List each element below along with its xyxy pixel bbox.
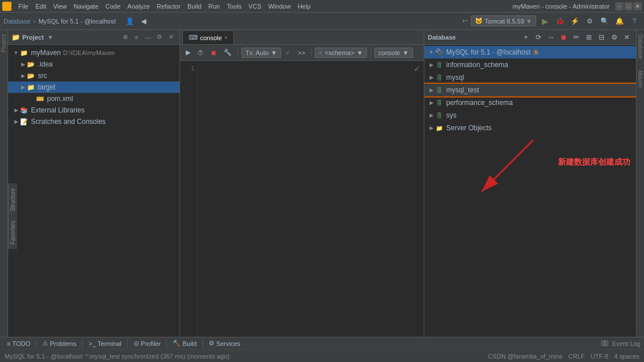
window-title: myMaven - console - Administrator	[513, 3, 610, 10]
editor-check-button[interactable]: ✓	[283, 48, 293, 57]
tab-close-button[interactable]: ×	[224, 34, 228, 41]
db-filter-button[interactable]: ⊟	[596, 32, 607, 43]
db-add-button[interactable]: +	[520, 32, 532, 43]
console-tab[interactable]: ⌨ console ×	[182, 30, 234, 44]
project-close-button[interactable]: ✕	[166, 32, 176, 42]
favorites-tab[interactable]: Favorites	[8, 216, 17, 249]
build-tab[interactable]: 🔨 Build	[169, 338, 200, 348]
menu-tools[interactable]: Tools	[223, 2, 245, 11]
project-collapse-button[interactable]: ≡	[131, 32, 142, 42]
db-schema-label-1: mysql	[446, 73, 464, 81]
menu-run[interactable]: Run	[205, 2, 223, 11]
mymaven-path: D:\IDEA\myMaven	[63, 49, 115, 56]
encoding-label[interactable]: UTF-8	[591, 353, 608, 360]
db-schema-performance[interactable]: ▶ 🗄 performance_schema	[424, 96, 636, 109]
problems-label: Problems	[50, 340, 76, 347]
window-controls: − □ ✕	[614, 2, 642, 10]
bottom-sep-4	[166, 340, 167, 348]
editor-history-button[interactable]: ⏱	[195, 48, 206, 57]
folder-icon-src: 📂	[26, 71, 36, 80]
right-strip: Database Maven	[636, 30, 644, 337]
tree-arrow-src: ▶	[19, 73, 26, 79]
project-settings-button[interactable]: ⚙	[154, 32, 165, 42]
db-settings-button[interactable]: ⚙	[608, 32, 620, 43]
menu-view[interactable]: View	[50, 2, 71, 11]
help-button[interactable]: ?	[628, 15, 641, 28]
menu-code[interactable]: Code	[102, 2, 124, 11]
menu-navigate[interactable]: Navigate	[70, 2, 102, 11]
db-schema-information[interactable]: ▶ 🗄 information_schema	[424, 59, 636, 71]
db-schema-mysql[interactable]: ▶ 🗄 mysql	[424, 71, 636, 84]
db-schema-icon-4: 🗄	[435, 111, 444, 120]
tree-item-target[interactable]: ▶ 📁 target	[8, 81, 179, 93]
event-log-label[interactable]: Event Log	[612, 340, 641, 347]
db-close-button[interactable]: ✕	[621, 32, 633, 43]
toolbar-settings-button[interactable]: 👤	[124, 15, 136, 28]
services-tab[interactable]: ⚙ Services	[205, 338, 244, 348]
main-layout: Project 📁 Project ▼ ⊕ ≡ — ⚙ ✕ ▼ 📁 myMave…	[0, 30, 644, 337]
db-schema-arrow-4: ▶	[428, 112, 435, 118]
db-stop-button[interactable]: ⏹	[558, 32, 569, 43]
crlf-label[interactable]: CRLF	[568, 353, 585, 360]
toolbar-btn-3[interactable]: ⚡	[568, 15, 581, 28]
indent-label[interactable]: 4 spaces	[614, 353, 639, 360]
search-everywhere-button[interactable]: 🔍	[598, 15, 611, 28]
db-schema-mysql-test[interactable]: ▶ 🗄 mysql_test	[424, 84, 636, 96]
todo-tab[interactable]: ≡ TODO	[3, 339, 34, 348]
menu-analyze[interactable]: Analyze	[124, 2, 153, 11]
editor-more-button[interactable]: >>	[295, 48, 307, 57]
code-editor[interactable]	[197, 61, 424, 337]
notifications-button[interactable]: 🔔	[613, 15, 626, 28]
db-edit-button[interactable]: ✏	[571, 32, 582, 43]
db-connection-item[interactable]: ▼ 🔌 MySQL for 5.1 - @localhost 5	[424, 46, 636, 59]
schema-dropdown[interactable]: < <schema> ▼	[315, 48, 367, 58]
tomcat-dropdown[interactable]: 🐱 Tomcat 8.5.59 ▼	[471, 15, 536, 26]
problems-tab[interactable]: ⚠ Problems	[39, 338, 80, 348]
project-panel: 📁 Project ▼ ⊕ ≡ — ⚙ ✕ ▼ 📁 myMaven D:\IDE…	[8, 30, 180, 337]
db-schema-arrow-3: ▶	[428, 100, 435, 106]
menu-build[interactable]: Build	[184, 2, 205, 11]
bottom-sep-2	[82, 340, 83, 348]
tree-item-idea[interactable]: ▶ 📂 .idea	[8, 59, 179, 70]
tx-auto-dropdown[interactable]: Tx: Auto ▼	[241, 48, 281, 58]
tree-item-mymaven[interactable]: ▼ 📁 myMaven D:\IDEA\myMaven	[8, 47, 179, 59]
toolbar-arrow-button[interactable]: ◀	[138, 15, 150, 28]
tree-arrow-idea: ▶	[19, 61, 26, 67]
maximize-button[interactable]: □	[625, 2, 633, 10]
close-button[interactable]: ✕	[634, 2, 642, 10]
menu-refactor[interactable]: Refactor	[153, 2, 184, 11]
db-server-objects[interactable]: ▶ 📁 Server Objects	[424, 122, 636, 134]
menu-file[interactable]: File	[15, 2, 32, 11]
db-server-objects-label: Server Objects	[446, 124, 491, 132]
db-connection-label: MySQL for 5.1 - @localhost	[446, 48, 530, 56]
debug-button[interactable]: 🐞	[553, 15, 566, 28]
database-side-tab[interactable]: Database	[637, 34, 643, 59]
menu-vcs[interactable]: VCS	[245, 2, 265, 11]
db-view-button[interactable]: ⊞	[583, 32, 595, 43]
run-button[interactable]: ▶	[538, 15, 551, 28]
editor-stop-button[interactable]: ⏹	[208, 48, 219, 57]
services-label: Services	[216, 340, 240, 347]
menu-window[interactable]: Window	[265, 2, 294, 11]
tree-item-pomxml[interactable]: 🎫 pom.xml	[8, 93, 179, 104]
tree-item-src[interactable]: ▶ 📂 src	[8, 70, 179, 81]
project-hide-button[interactable]: —	[143, 32, 153, 42]
db-refresh-button[interactable]: ⟳	[533, 32, 544, 43]
profiler-tab[interactable]: ◎ Profiler	[130, 338, 165, 348]
terminal-tab[interactable]: >_ Terminal	[85, 339, 124, 348]
db-sync-button[interactable]: ↔	[545, 32, 557, 43]
project-sync-button[interactable]: ⊕	[120, 32, 130, 42]
minimize-button[interactable]: −	[615, 2, 623, 10]
menu-help[interactable]: Help	[294, 2, 314, 11]
editor-run-button[interactable]: ▶	[184, 48, 193, 57]
console-dropdown[interactable]: console ▼	[374, 48, 413, 58]
structure-tab[interactable]: Structure	[8, 184, 17, 216]
menu-edit[interactable]: Edit	[32, 2, 50, 11]
tree-item-extlibs[interactable]: ▶ 📚 External Libraries	[8, 104, 179, 116]
toolbar-btn-4[interactable]: ⚙	[583, 15, 596, 28]
editor-config-button[interactable]: 🔧	[221, 48, 234, 57]
db-schema-sys[interactable]: ▶ 🗄 sys	[424, 109, 636, 122]
tree-item-scratches[interactable]: ▶ 📝 Scratches and Consoles	[8, 116, 179, 127]
breadcrumb: Database › MySQL for 5.1 - @localhost	[3, 18, 116, 25]
maven-side-tab[interactable]: Maven	[637, 71, 643, 88]
